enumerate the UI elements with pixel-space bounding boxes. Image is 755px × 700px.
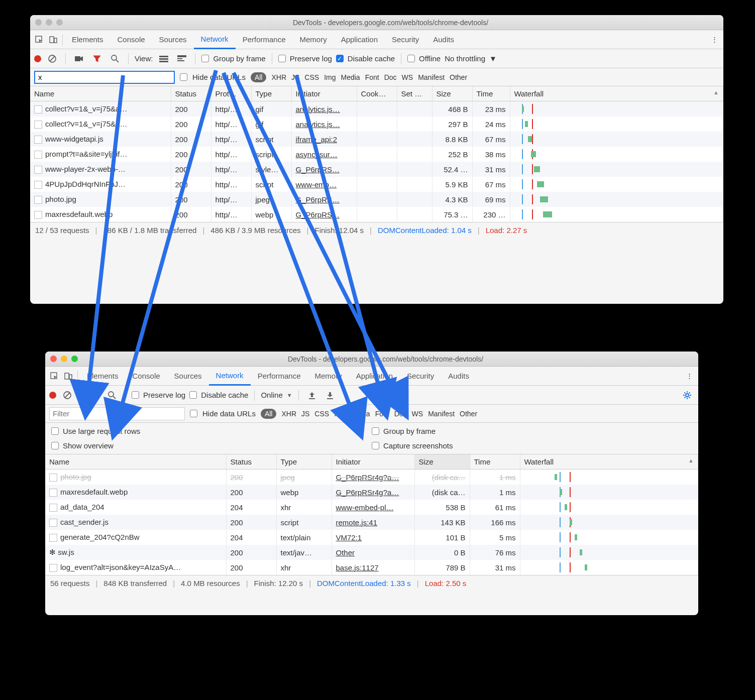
- table-row[interactable]: maxresdefault.webp 200 http/… webp G_P6r…: [30, 207, 723, 222]
- filter-input[interactable]: [49, 407, 185, 420]
- tab-network[interactable]: Network: [209, 367, 251, 386]
- filter-type-ws[interactable]: WS: [412, 410, 423, 418]
- filter-icon[interactable]: [87, 388, 101, 402]
- table-row[interactable]: ✻ sw.js 200 text/jav… Other 0 B 76 ms: [45, 545, 698, 560]
- filter-icon[interactable]: [90, 52, 104, 66]
- cell-initiator[interactable]: G_P6rpRS…: [291, 207, 357, 222]
- table-row[interactable]: generate_204?cQ2nBw 204 text/plain VM72:…: [45, 530, 698, 545]
- clear-icon[interactable]: [60, 388, 74, 402]
- record-button[interactable]: [34, 55, 41, 62]
- chevron-down-icon[interactable]: ▼: [287, 392, 292, 398]
- col-name[interactable]: Name: [30, 86, 171, 101]
- col-initiator[interactable]: Initiator: [332, 454, 414, 470]
- clear-icon[interactable]: [45, 52, 59, 66]
- filter-type-font[interactable]: Font: [375, 410, 389, 418]
- cell-initiator[interactable]: analytics.js…: [291, 116, 357, 132]
- table-row[interactable]: ad_data_204 204 xhr www-embed-pl… 538 B …: [45, 500, 698, 515]
- tab-security[interactable]: Security: [385, 30, 426, 49]
- capture-screenshots-checkbox[interactable]: [372, 442, 379, 449]
- col-size[interactable]: Size: [432, 86, 472, 101]
- filter-type-manifest[interactable]: Manifest: [418, 73, 445, 81]
- col-setcookies[interactable]: Set …: [397, 86, 432, 101]
- tab-elements[interactable]: Elements: [80, 367, 126, 386]
- search-icon[interactable]: [105, 388, 119, 402]
- cell-initiator[interactable]: async_sur…: [291, 147, 357, 162]
- filter-type-font[interactable]: Font: [365, 73, 379, 81]
- filter-type-js[interactable]: JS: [301, 410, 309, 418]
- minimize-icon[interactable]: [61, 356, 67, 362]
- device-icon[interactable]: [61, 369, 75, 383]
- col-status[interactable]: Status: [171, 86, 211, 101]
- overview-icon[interactable]: [175, 52, 189, 66]
- filter-type-js[interactable]: JS: [291, 73, 299, 81]
- cell-initiator[interactable]: base.js:1127: [332, 560, 414, 575]
- cell-initiator[interactable]: G_P6rpRS…: [291, 162, 357, 177]
- close-icon[interactable]: [50, 356, 57, 362]
- minimize-icon[interactable]: [46, 19, 52, 26]
- filter-type-img[interactable]: Img: [334, 410, 346, 418]
- col-type[interactable]: Type: [276, 454, 332, 470]
- more-icon[interactable]: ⋮: [707, 33, 721, 47]
- cell-initiator[interactable]: Other: [332, 545, 414, 560]
- tab-elements[interactable]: Elements: [65, 30, 111, 49]
- tab-audits[interactable]: Audits: [426, 30, 461, 49]
- cell-initiator[interactable]: G_P6rpRSr4g?a…: [332, 485, 414, 500]
- tab-application[interactable]: Application: [349, 367, 400, 386]
- cell-initiator[interactable]: G_P6rpRS…: [291, 192, 357, 207]
- filter-type-img[interactable]: Img: [324, 73, 336, 81]
- tab-application[interactable]: Application: [334, 30, 385, 49]
- col-name[interactable]: Name: [45, 454, 226, 470]
- cell-initiator[interactable]: G_P6rpRSr4g?a…: [332, 470, 414, 485]
- table-row[interactable]: maxresdefault.webp 200 webp G_P6rpRSr4g?…: [45, 485, 698, 500]
- zoom-icon[interactable]: [56, 19, 63, 26]
- filter-type-all[interactable]: All: [251, 72, 267, 82]
- table-row[interactable]: photo.jpg 200 jpeg G_P6rpRSr4g?a… (disk …: [45, 470, 698, 485]
- tab-network[interactable]: Network: [194, 30, 236, 49]
- inspect-icon[interactable]: [47, 369, 61, 383]
- online-select[interactable]: Online: [261, 391, 282, 399]
- cell-initiator[interactable]: iframe_api:2: [291, 132, 357, 147]
- more-icon[interactable]: ⋮: [682, 369, 696, 383]
- filter-type-xhr[interactable]: XHR: [281, 410, 296, 418]
- filter-type-doc[interactable]: Doc: [394, 410, 407, 418]
- camera-icon[interactable]: [72, 52, 86, 66]
- tab-audits[interactable]: Audits: [441, 367, 476, 386]
- hide-data-urls-checkbox[interactable]: [180, 73, 187, 81]
- show-overview-checkbox[interactable]: [51, 442, 59, 449]
- record-button[interactable]: [49, 392, 56, 399]
- col-waterfall[interactable]: Waterfall▲: [520, 454, 698, 470]
- inspect-icon[interactable]: [32, 33, 46, 47]
- col-initiator[interactable]: Initiator: [291, 86, 357, 101]
- close-icon[interactable]: [35, 19, 42, 26]
- col-type[interactable]: Type: [251, 86, 291, 101]
- col-time[interactable]: Time: [472, 86, 510, 101]
- table-row[interactable]: prompt?t=a&site=ylj5if… 200 http/… scrip…: [30, 147, 723, 162]
- throttling-select[interactable]: No throttling: [445, 54, 485, 63]
- filter-type-ws[interactable]: WS: [402, 73, 413, 81]
- table-row[interactable]: cast_sender.js 200 script remote.js:41 1…: [45, 515, 698, 530]
- col-time[interactable]: Time: [470, 454, 520, 470]
- filter-type-doc[interactable]: Doc: [384, 73, 397, 81]
- cell-initiator[interactable]: VM72:1: [332, 530, 414, 545]
- large-rows-checkbox[interactable]: [51, 427, 59, 435]
- table-row[interactable]: log_event?alt=json&key=AIzaSyA… 200 xhr …: [45, 560, 698, 575]
- chevron-down-icon[interactable]: ▼: [489, 54, 497, 63]
- filter-input[interactable]: [34, 71, 175, 84]
- filter-type-xhr[interactable]: XHR: [271, 73, 286, 81]
- col-protocol[interactable]: Prot…: [211, 86, 251, 101]
- filter-type-manifest[interactable]: Manifest: [428, 410, 455, 418]
- table-row[interactable]: photo.jpg 200 http/… jpeg G_P6rpRS… 4.3 …: [30, 192, 723, 207]
- download-icon[interactable]: [323, 388, 337, 402]
- filter-type-css[interactable]: CSS: [304, 73, 319, 81]
- search-icon[interactable]: [108, 52, 122, 66]
- offline-checkbox[interactable]: [407, 55, 415, 62]
- filter-type-other[interactable]: Other: [460, 410, 477, 418]
- tab-sources[interactable]: Sources: [152, 30, 194, 49]
- tab-sources[interactable]: Sources: [167, 367, 209, 386]
- table-row[interactable]: collect?v=1&_v=j75&a… 200 http/… gif ana…: [30, 101, 723, 117]
- col-status[interactable]: Status: [226, 454, 276, 470]
- cell-initiator[interactable]: www-embed-pl…: [332, 500, 414, 515]
- tab-console[interactable]: Console: [126, 367, 167, 386]
- upload-icon[interactable]: [305, 388, 319, 402]
- col-size[interactable]: Size: [414, 454, 470, 470]
